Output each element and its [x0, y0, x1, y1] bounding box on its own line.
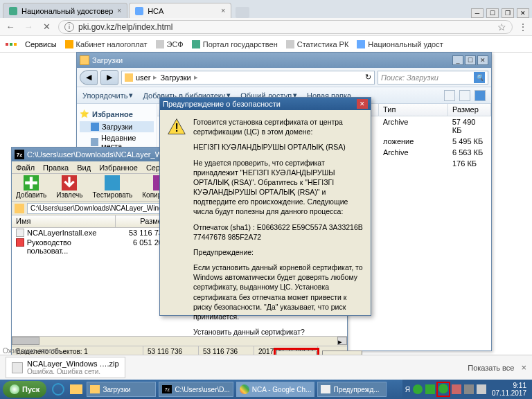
apps-icon[interactable] — [6, 43, 17, 46]
bookmarks-bar: Сервисы Кабинет налогоплат ЭСФ Портал го… — [0, 36, 532, 53]
chrome-urlbar: ← → ✕ i pki.gov.kz/help/index.html ☆ ⋮ — [0, 18, 532, 36]
taskbar-task[interactable]: Предупрежд... — [317, 382, 387, 397]
sevenzip-icon: 7z — [15, 150, 24, 159]
dialog-text: Не удается проверить, что сертификат при… — [193, 158, 364, 217]
favorites-group[interactable]: ⭐ Избранное — [80, 109, 154, 118]
dialog-title: Предупреждение о безопасности — [163, 100, 281, 108]
minimize-icon[interactable]: _ — [452, 55, 463, 65]
back-button[interactable]: ◀ — [80, 70, 98, 85]
close-icon[interactable]: ✕ — [357, 99, 368, 109]
url-text: pki.gov.kz/help/index.html — [78, 22, 173, 32]
svg-text:!: ! — [175, 122, 178, 134]
close-shelf-icon[interactable]: × — [521, 362, 526, 373]
address-bar[interactable]: i pki.gov.kz/help/index.html ☆ — [58, 20, 513, 34]
tab-title: Национальный удостовер — [21, 7, 113, 15]
maximize-icon[interactable]: ☐ — [465, 55, 476, 65]
search-icon[interactable]: 🔍 — [474, 72, 485, 83]
add-button[interactable]: Добавить — [16, 175, 46, 200]
show-all-button[interactable]: Показать все — [468, 364, 514, 372]
menu-view[interactable]: Вид — [77, 163, 91, 172]
help-icon[interactable] — [475, 90, 486, 101]
bookmark-item[interactable]: Кабинет налогоплат — [65, 40, 148, 48]
taskbar-task[interactable]: NCA - Google Ch... — [236, 382, 315, 397]
close-icon[interactable]: ✕ — [477, 55, 488, 65]
breadcrumb[interactable]: user▸ Загрузки▸ ↻ — [121, 71, 375, 85]
col-type[interactable]: Тип — [379, 104, 448, 116]
close-icon[interactable]: × — [117, 7, 121, 15]
bookmark-item[interactable]: ЭСФ — [156, 40, 184, 48]
search-input[interactable]: Поиск: Загрузки 🔍 — [378, 71, 488, 85]
bookmark-item[interactable]: Портал государствен — [192, 40, 278, 48]
tray-icon[interactable] — [413, 384, 423, 394]
bookmark-star-icon[interactable]: ☆ — [497, 21, 506, 33]
close-icon[interactable]: ✕ — [517, 8, 529, 18]
back-button[interactable]: ← — [4, 21, 17, 33]
menu-edit[interactable]: Правка — [43, 163, 69, 172]
favicon-icon — [9, 7, 17, 15]
taskbar-task[interactable]: Загрузки — [87, 382, 156, 397]
organize-button[interactable]: Упорядочить ▾ — [82, 91, 133, 100]
view-icon[interactable] — [444, 90, 455, 101]
tray-highlighted — [438, 383, 449, 396]
dialog-text: Отпечаток (sha1) : E0663622 E59C557A 3A3… — [193, 222, 364, 242]
status-text: Ожидание ответа… — [3, 347, 66, 355]
col-name[interactable]: Имя — [12, 215, 116, 227]
download-filename: NCALayer_Windows ….zip — [27, 360, 119, 368]
warning-icon: ! — [167, 117, 186, 136]
file-icon — [12, 362, 23, 373]
dialog-text: Готовится установка сертификата от центр… — [193, 117, 364, 136]
bookmark-item[interactable]: Статистика РК — [286, 40, 349, 48]
download-error: Ошибка. Ошибка сети. — [27, 368, 119, 375]
close-icon[interactable]: × — [221, 7, 225, 15]
ie-icon[interactable] — [51, 382, 66, 397]
stop-button[interactable]: ✕ — [40, 21, 53, 33]
dialog-text: Установить данный сертификат? — [193, 327, 364, 337]
favicon-icon — [135, 7, 143, 15]
explorer-titlebar[interactable]: Загрузки _ ☐ ✕ — [77, 53, 491, 68]
tab-title: НCA — [148, 7, 163, 15]
taskbar: Пуск Загрузки 7zC:\Users\user\D... NCA -… — [0, 380, 532, 399]
chrome-menu-icon[interactable]: ⋮ — [518, 21, 528, 33]
taskbar-task[interactable]: 7zC:\Users\user\D... — [159, 382, 233, 397]
menu-fav[interactable]: Избранное — [99, 163, 138, 172]
tray-icon[interactable] — [425, 384, 435, 394]
dialog-text: Если установить данный корневой сертифик… — [193, 263, 364, 321]
folder-icon — [15, 204, 24, 213]
clock[interactable]: 9:11 07.11.2017 — [489, 382, 529, 397]
refresh-icon[interactable]: ↻ — [365, 73, 371, 82]
tray-icon[interactable] — [464, 384, 474, 394]
col-size[interactable]: Размер — [448, 104, 491, 116]
tray-icon[interactable] — [438, 384, 448, 393]
tray-icon[interactable] — [452, 384, 461, 394]
site-info-icon[interactable]: i — [64, 22, 74, 32]
folder-icon — [80, 55, 89, 65]
explorer-icon[interactable] — [69, 382, 84, 397]
start-button[interactable]: Пуск — [3, 381, 46, 398]
forward-button[interactable]: ▶ — [100, 70, 118, 85]
chrome-tabbar: Национальный удостовер × НCA × ─ ☐ ❐ ✕ — [0, 0, 532, 18]
forward-button[interactable]: → — [22, 21, 35, 33]
dialog-text: Предупреждение: — [193, 247, 364, 257]
extract-button[interactable]: Извлечь — [56, 175, 82, 200]
menu-file[interactable]: Файл — [16, 163, 35, 172]
folder-icon — [125, 73, 133, 82]
dialog-titlebar[interactable]: Предупреждение о безопасности ✕ — [160, 98, 371, 110]
maximize-icon[interactable]: ☐ — [486, 8, 499, 18]
new-tab-button[interactable] — [236, 7, 249, 18]
browser-tab-2[interactable]: НCA × — [129, 3, 231, 18]
lang-indicator[interactable]: Я — [405, 386, 410, 393]
minimize-icon[interactable]: ─ — [471, 8, 484, 18]
browser-tab-1[interactable]: Национальный удостовер × — [3, 3, 127, 18]
download-shelf: NCALayer_Windows ….zip Ошибка. Ошибка се… — [0, 355, 532, 380]
window-title: Загрузки — [92, 56, 123, 64]
restore-icon[interactable]: ❐ — [502, 8, 514, 18]
sidebar-item-downloads[interactable]: Загрузки — [80, 121, 154, 132]
dialog-text: НЕГІЗГІ КУӘЛАНДЫРУШЫ ОРТАЛЫҚ (RSA) — [193, 142, 364, 152]
apps-label: Сервисы — [25, 40, 57, 48]
bookmark-item[interactable]: Национальный удост — [357, 40, 443, 48]
download-item[interactable]: NCALayer_Windows ….zip Ошибка. Ошибка се… — [6, 357, 125, 378]
volume-icon[interactable] — [477, 384, 486, 394]
preview-icon[interactable] — [459, 90, 470, 101]
security-warning-dialog: Предупреждение о безопасности ✕ ! Готови… — [159, 97, 371, 316]
test-button[interactable]: Тестировать — [93, 175, 133, 200]
